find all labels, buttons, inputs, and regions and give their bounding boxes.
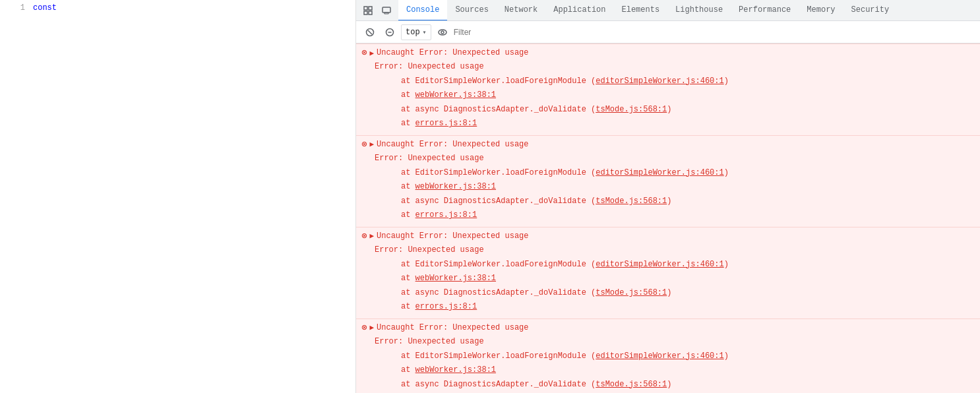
error-header-3[interactable]: ⊗ ▶ Uncaught Error: Unexpected usage	[361, 231, 975, 241]
svg-point-10	[439, 30, 446, 35]
link-ts-1[interactable]: tsMode.js:568:1	[596, 105, 667, 114]
link-esw-4[interactable]: editorSimpleWorker.js:460:1	[596, 351, 723, 361]
error-detail-4: Error: Unexpected usage at EditorSimpleW…	[361, 335, 975, 393]
tab-bar-icons	[359, 1, 396, 20]
error-block-3: ⊗ ▶ Uncaught Error: Unexpected usage Err…	[356, 227, 980, 318]
tab-lighthouse[interactable]: Lighthouse	[667, 0, 731, 21]
link-ts-4[interactable]: tsMode.js:568:1	[596, 380, 667, 389]
tab-application[interactable]: Application	[545, 0, 613, 21]
filter-input[interactable]	[454, 28, 975, 37]
link-ww-2[interactable]: webWorker.js:38:1	[415, 182, 496, 191]
tab-console[interactable]: Console	[398, 0, 447, 21]
svg-rect-0	[364, 7, 367, 10]
link-esw-3[interactable]: editorSimpleWorker.js:460:1	[596, 260, 723, 269]
context-label: top	[406, 28, 420, 37]
error-circle-icon-1: ⊗	[361, 48, 367, 57]
svg-rect-5	[384, 13, 388, 14]
error-block-1: ⊗ ▶ Uncaught Error: Unexpected usage Err…	[356, 44, 980, 135]
device-toolbar-icon[interactable]	[377, 1, 396, 20]
link-esw-2[interactable]: editorSimpleWorker.js:460:1	[596, 168, 723, 177]
line-number-1: 1	[5, 1, 25, 15]
error-header-text-3: Uncaught Error: Unexpected usage	[377, 231, 528, 241]
error-detail-1: Error: Unexpected usage at EditorSimpleW…	[361, 60, 975, 131]
error-expand-icon-1: ▶	[369, 49, 374, 57]
error-header-1[interactable]: ⊗ ▶ Uncaught Error: Unexpected usage	[361, 48, 975, 57]
tab-security[interactable]: Security	[843, 0, 898, 21]
tab-performance[interactable]: Performance	[731, 0, 799, 21]
error-circle-icon-4: ⊗	[361, 323, 367, 332]
error-expand-icon-2: ▶	[369, 140, 374, 148]
error-detail-2: Error: Unexpected usage at EditorSimpleW…	[361, 152, 975, 223]
line-code-1: const	[33, 1, 57, 15]
eye-button[interactable]	[434, 24, 451, 41]
toolbar-row: top ▾	[356, 21, 980, 44]
link-ww-1[interactable]: webWorker.js:38:1	[415, 90, 496, 100]
editor-panel: 1 const	[0, 0, 356, 393]
tab-bar: Console Sources Network Application Elem…	[356, 0, 980, 21]
filter-toggle-button[interactable]	[381, 24, 398, 41]
link-esw-1[interactable]: editorSimpleWorker.js:460:1	[596, 76, 723, 86]
link-err-1[interactable]: errors.js:8:1	[415, 119, 477, 128]
tab-network[interactable]: Network	[497, 0, 545, 21]
error-header-text-1: Uncaught Error: Unexpected usage	[377, 48, 528, 57]
error-block-4: ⊗ ▶ Uncaught Error: Unexpected usage Err…	[356, 318, 980, 393]
error-expand-icon-3: ▶	[369, 231, 374, 240]
editor-line-1: 1 const	[0, 0, 355, 16]
tab-memory[interactable]: Memory	[799, 0, 843, 21]
error-header-2[interactable]: ⊗ ▶ Uncaught Error: Unexpected usage	[361, 140, 975, 149]
tab-elements[interactable]: Elements	[613, 0, 667, 21]
error-circle-icon-2: ⊗	[361, 140, 367, 149]
devtools-panel: Console Sources Network Application Elem…	[356, 0, 980, 393]
error-detail-3: Error: Unexpected usage at EditorSimpleW…	[361, 243, 975, 315]
svg-rect-4	[383, 7, 390, 13]
error-header-text-2: Uncaught Error: Unexpected usage	[377, 140, 528, 149]
error-header-text-4: Uncaught Error: Unexpected usage	[377, 323, 528, 332]
svg-rect-2	[364, 11, 367, 15]
tab-sources[interactable]: Sources	[447, 0, 496, 21]
svg-point-11	[441, 31, 444, 34]
error-block-2: ⊗ ▶ Uncaught Error: Unexpected usage Err…	[356, 135, 980, 227]
error-circle-icon-3: ⊗	[361, 231, 367, 241]
inspect-element-icon[interactable]	[359, 1, 377, 20]
clear-console-button[interactable]	[361, 24, 379, 41]
link-ww-4[interactable]: webWorker.js:38:1	[415, 365, 496, 375]
link-err-2[interactable]: errors.js:8:1	[415, 210, 477, 220]
svg-rect-1	[369, 7, 372, 10]
link-err-3[interactable]: errors.js:8:1	[415, 302, 477, 311]
error-header-4[interactable]: ⊗ ▶ Uncaught Error: Unexpected usage	[361, 323, 975, 332]
link-ts-2[interactable]: tsMode.js:568:1	[596, 196, 667, 206]
console-content: ⊗ ▶ Uncaught Error: Unexpected usage Err…	[356, 44, 980, 393]
error-expand-icon-4: ▶	[369, 323, 374, 332]
context-selector[interactable]: top ▾	[401, 24, 431, 40]
link-ww-3[interactable]: webWorker.js:38:1	[415, 274, 496, 283]
svg-line-7	[368, 30, 372, 34]
link-ts-3[interactable]: tsMode.js:568:1	[596, 288, 667, 297]
context-chevron-icon: ▾	[423, 28, 427, 36]
svg-rect-3	[369, 11, 372, 15]
